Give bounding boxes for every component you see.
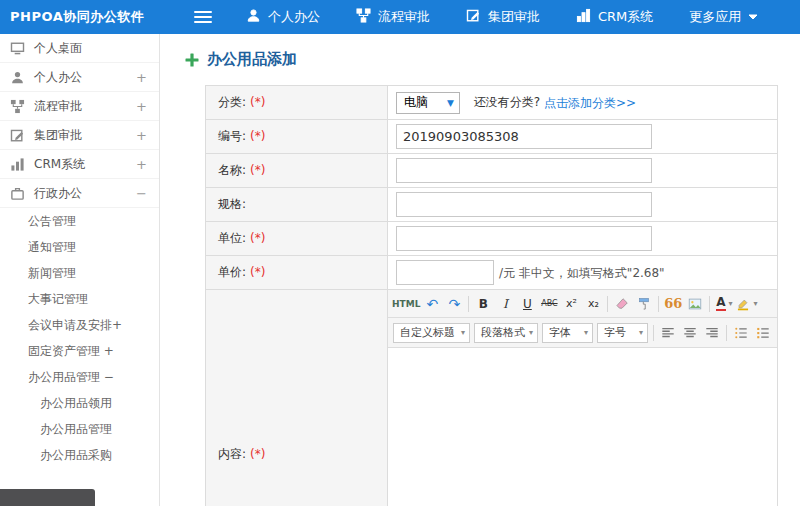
ordered-list-icon[interactable] [753,322,773,344]
nav-crm-system[interactable]: CRM系统 [576,8,653,26]
topbar: PHPOA协同办公软件 个人办公 流程审批 集团审批 CRM系统 更多应用 [0,0,800,34]
nav-label: 流程审批 [378,8,430,26]
person-icon [10,70,25,85]
supply-add-form: 分类:(*) 电脑 ▼ 还没有分类? 点击添加分类>> 编号:(*) [205,85,778,506]
category-select[interactable]: 电脑 ▼ [396,92,460,114]
toolbar-separator [653,325,654,341]
align-left-icon[interactable] [658,322,678,344]
sidebar-label: 固定资产管理 + [28,343,114,360]
nav-label: CRM系统 [598,8,653,26]
main-content: 办公用品添加 分类:(*) 电脑 ▼ 还没有分类? 点击添加分类>> 编号 [161,34,800,506]
sidebar-label: 办公用品采购 [40,447,112,464]
nav-more-apps[interactable]: 更多应用 [689,8,758,26]
custom-heading-dropdown[interactable]: 自定义标题▾ [393,323,470,343]
sidebar-item-news-mgmt[interactable]: 新闻管理 [0,260,159,286]
font-family-dropdown[interactable]: 字体▾ [542,323,593,343]
highlight-pen-icon[interactable]: ▾ [736,293,757,315]
add-plus-icon [185,53,199,67]
sidebar-item-process-approval[interactable]: 流程审批 + [0,92,159,121]
spec-input[interactable] [396,192,652,217]
redo-icon[interactable]: ↷ [444,293,464,315]
name-input[interactable] [396,158,652,183]
field-label-name: 名称: [218,163,246,177]
bold-button[interactable]: B [473,293,493,315]
unit-input[interactable] [396,226,652,251]
superscript-button[interactable]: x² [561,293,581,315]
price-input[interactable] [396,260,494,285]
chart-icon [576,8,591,26]
sidebar-item-office-supplies-mgmt-group[interactable]: 办公用品管理 − [0,364,159,390]
nav-personal-office[interactable]: 个人办公 [246,8,320,26]
sidebar-item-group-approval[interactable]: 集团审批 + [0,121,159,150]
format-painter-icon[interactable] [634,293,654,315]
page-title: 办公用品添加 [185,50,800,69]
sidebar-item-supplies-requisition[interactable]: 办公用品领用 [0,390,159,416]
page-title-text: 办公用品添加 [207,50,297,69]
sidebar-label: 个人办公 [34,69,82,86]
sidebar-label: 办公用品管理 [40,421,112,438]
html-source-button[interactable]: HTML [392,293,420,315]
no-category-hint: 还没有分类? [474,95,540,109]
sidebar-item-personal-desktop[interactable]: 个人桌面 [0,34,159,63]
expand-toggle[interactable]: − [136,186,147,201]
required-mark: (*) [250,163,265,177]
edit-icon [466,8,481,26]
hamburger-menu-icon[interactable] [194,8,212,26]
sidebar-item-admin-office[interactable]: 行政办公 − [0,179,159,208]
required-mark: (*) [250,265,265,279]
field-label-spec: 规格: [218,197,246,211]
insert-image-icon[interactable] [685,293,705,315]
sidebar-item-personal-office[interactable]: 个人办公 + [0,63,159,92]
sidebar-item-meeting-request[interactable]: 会议申请及安排+ [0,312,159,338]
unordered-list-icon[interactable] [731,322,751,344]
sidebar-item-announcement-mgmt[interactable]: 公告管理 [0,208,159,234]
price-format-hint: /元 非中文，如填写格式"2.68" [499,266,665,280]
app-window: PHPOA协同办公软件 个人办公 流程审批 集团审批 CRM系统 更多应用 [0,0,800,506]
undo-icon[interactable]: ↶ [422,293,442,315]
align-right-icon[interactable] [702,322,722,344]
toolbar-separator [658,296,659,312]
font-color-button[interactable]: A▾ [714,293,734,315]
required-mark: (*) [250,231,265,245]
blockquote-button[interactable]: 66 [663,293,683,315]
editor-content-area[interactable] [388,348,777,506]
expand-toggle[interactable]: + [136,99,147,114]
strikethrough-button[interactable]: ABC [539,293,559,315]
expand-toggle[interactable]: + [136,70,147,85]
flow-icon [356,8,371,26]
underline-button[interactable]: U [517,293,537,315]
sidebar-item-crm-system[interactable]: CRM系统 + [0,150,159,179]
sidebar-label: 办公用品管理 − [28,369,114,386]
font-size-dropdown[interactable]: 字号▾ [597,323,648,343]
expand-toggle[interactable]: + [136,157,147,172]
sidebar-label: 公告管理 [28,213,76,230]
dropdown-label: 字号 [604,325,626,340]
align-center-icon[interactable] [680,322,700,344]
caret-down-icon: ▾ [753,299,757,308]
code-input[interactable] [396,124,652,149]
sidebar-label: 集团审批 [34,127,82,144]
caret-down-icon [748,10,758,25]
sidebar-item-supplies-management[interactable]: 办公用品管理 [0,416,159,442]
sidebar-item-events-mgmt[interactable]: 大事记管理 [0,286,159,312]
font-color-letter: A [716,296,725,311]
subscript-button[interactable]: x₂ [583,293,603,315]
form-row-unit: 单位:(*) [206,222,778,256]
nav-group-approval[interactable]: 集团审批 [466,8,540,26]
paragraph-format-dropdown[interactable]: 段落格式▾ [474,323,538,343]
add-category-link[interactable]: 点击添加分类>> [544,95,636,109]
person-icon [246,8,261,26]
sidebar-label: 会议申请及安排+ [28,317,122,334]
flow-icon [10,99,25,114]
sidebar-item-fixed-assets-mgmt[interactable]: 固定资产管理 + [0,338,159,364]
form-row-spec: 规格: [206,188,778,222]
toolbar-separator [468,296,469,312]
desktop-icon [10,41,25,56]
nav-process-approval[interactable]: 流程审批 [356,8,430,26]
sidebar-item-notice-mgmt[interactable]: 通知管理 [0,234,159,260]
italic-button[interactable]: I [495,293,515,315]
sidebar-item-supplies-purchase[interactable]: 办公用品采购 [0,442,159,468]
eraser-icon[interactable] [612,293,632,315]
toolbar-separator [709,296,710,312]
expand-toggle[interactable]: + [136,128,147,143]
